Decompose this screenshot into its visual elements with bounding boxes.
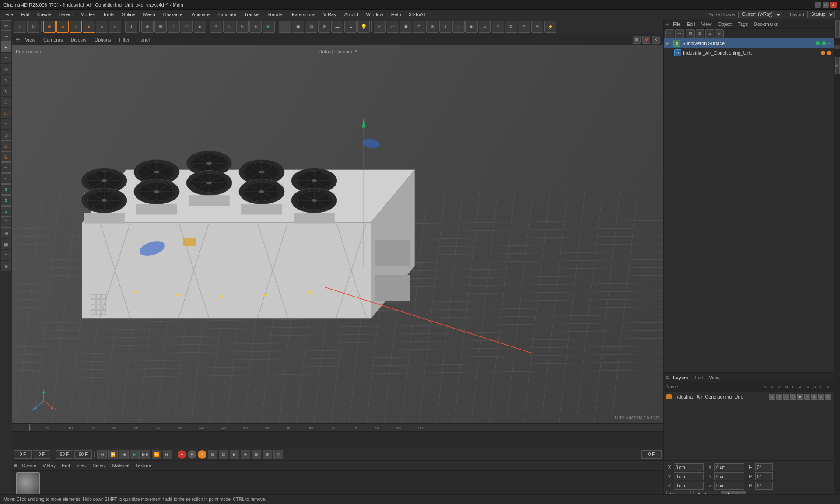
menu-file[interactable]: File xyxy=(2,11,17,18)
mat-menu-icon[interactable]: ≡ xyxy=(14,462,18,469)
magnet-button[interactable]: ⊛ xyxy=(1,261,11,271)
mode-joint-button[interactable]: ◇ xyxy=(109,21,121,33)
mode-model-button[interactable]: ⊗ xyxy=(43,21,56,33)
timeline-extra-2-button[interactable]: ◎ xyxy=(273,450,283,459)
mat-tab-material[interactable]: Material xyxy=(110,462,131,469)
go-end-button[interactable]: ⏭ xyxy=(163,450,172,459)
vp-tab-view[interactable]: View xyxy=(22,36,38,43)
vp-tab-filter[interactable]: Filter xyxy=(116,36,132,43)
record-button[interactable]: ● xyxy=(178,450,186,459)
layout-dropdown[interactable]: Startup xyxy=(807,10,835,18)
obj-tab-edit[interactable]: Edit xyxy=(685,21,697,28)
mode-poly-button[interactable]: ◈ xyxy=(56,21,69,33)
next-frame-button[interactable]: ▶▶ xyxy=(141,450,150,459)
layer-action-0-6[interactable]: ⊗ xyxy=(811,394,817,400)
obj-row-industrial[interactable]: O Industrial_Air_Conditioning_Unit xyxy=(664,48,834,58)
mat-tab-create[interactable]: Create xyxy=(20,462,38,469)
go-start-button[interactable]: ⏮ xyxy=(97,450,107,459)
obj-tab-bookmarks[interactable]: Bookmarks xyxy=(752,21,780,28)
no-sel-button[interactable]: ⊗ xyxy=(141,21,154,33)
cone-button[interactable]: △ xyxy=(1,140,11,151)
move-tool-button[interactable]: ⊹ xyxy=(1,64,11,74)
render-view-btn[interactable]: ▣ xyxy=(292,21,304,33)
s-button-3[interactable]: S xyxy=(1,206,11,217)
obj-icon-1[interactable]: ↩ xyxy=(665,29,674,38)
obj-mgr-menu-icon[interactable]: ≡ xyxy=(665,21,668,27)
mat-tab-texture[interactable]: Texture xyxy=(134,462,153,469)
coord-x-input[interactable] xyxy=(674,463,704,471)
menu-extensions[interactable]: Extensions xyxy=(288,11,319,18)
stop-button[interactable]: ■ xyxy=(188,450,196,459)
render-btn[interactable]: ⬛ xyxy=(279,21,291,33)
render-settings-btn[interactable]: ⚙ xyxy=(318,21,330,33)
layer-action-0-4[interactable]: ▶ xyxy=(797,394,803,400)
spline-button[interactable]: ~ xyxy=(1,173,11,184)
coord-h-input[interactable] xyxy=(755,463,773,471)
fcurve-button[interactable]: ◈ xyxy=(241,450,250,459)
render-region-btn[interactable]: ▶ xyxy=(262,21,275,33)
prev-frame-button[interactable]: ◀ xyxy=(119,450,129,459)
light-btn[interactable]: 💡 xyxy=(357,21,370,33)
vp-close-btn[interactable]: ✕ xyxy=(652,36,660,44)
obj-tab-view[interactable]: View xyxy=(700,21,714,28)
sphere-button[interactable]: ○ xyxy=(1,119,11,129)
obj-icon-4[interactable]: ⊠ xyxy=(696,29,704,38)
obj-row-subdiv[interactable]: ▶ S Subdivision Surface ✓ xyxy=(664,38,834,48)
knife-btn[interactable]: ✂ xyxy=(374,21,386,33)
menu-arnold[interactable]: Arnold xyxy=(341,11,362,18)
scene-canvas[interactable] xyxy=(12,34,663,424)
end-frame-input-2[interactable] xyxy=(74,450,92,459)
layers-tab-label[interactable]: Layers xyxy=(671,374,690,381)
vp-expand-btn[interactable]: ⊞ xyxy=(633,36,640,44)
close-button[interactable]: ✕ xyxy=(830,2,836,8)
strip-btn-2[interactable]: ⊹ xyxy=(834,45,840,49)
redo-button[interactable]: ↪ xyxy=(1,31,11,42)
prev-key-button[interactable]: ⏪ xyxy=(108,450,118,459)
live-sel-button-2[interactable]: ● xyxy=(194,21,206,33)
mat-tab-edit[interactable]: Edit xyxy=(60,462,72,469)
coord-z-rot-input[interactable] xyxy=(714,482,744,490)
timeline-mode-button[interactable]: ⊠ xyxy=(252,450,261,459)
bridge-btn[interactable]: ⊡ xyxy=(413,21,425,33)
snap-btn[interactable]: ⊠ xyxy=(505,21,517,33)
add-button[interactable]: + xyxy=(125,21,137,33)
snap-obj-btn[interactable]: ⊛ xyxy=(531,21,543,33)
menu-edit[interactable]: Edit xyxy=(18,11,33,18)
auto-key-button[interactable]: ⊕ xyxy=(198,450,206,459)
menu-simulate[interactable]: Simulate xyxy=(214,11,240,18)
node-space-dropdown[interactable]: Current (V-Ray) xyxy=(738,10,782,18)
s-button-2[interactable]: S xyxy=(1,195,11,206)
cylinder-button[interactable]: ⊙ xyxy=(1,130,11,140)
strip-btn-3[interactable]: ▶ xyxy=(835,57,840,74)
timeline-track[interactable] xyxy=(12,432,663,448)
coord-b-input[interactable] xyxy=(755,482,773,490)
hair-button[interactable]: ⌒ xyxy=(1,217,11,228)
text-button[interactable]: S xyxy=(1,184,11,195)
poly-sel-button[interactable]: ⬡ xyxy=(181,21,193,33)
phong-btn[interactable]: ◐ xyxy=(466,21,478,33)
vp-tab-options[interactable]: Options xyxy=(92,36,114,43)
layers-menu-icon[interactable]: ≡ xyxy=(665,374,668,381)
material-thumb-0[interactable] xyxy=(16,472,40,497)
layer-action-0-0[interactable]: ● xyxy=(769,394,775,400)
motion-button[interactable]: ⊡ xyxy=(219,450,228,459)
vp-tab-cameras[interactable]: Cameras xyxy=(41,36,66,43)
play-button[interactable]: ▶ xyxy=(130,450,140,459)
menu-3dtoall[interactable]: 3DToAll xyxy=(405,11,429,18)
end-frame-input-1[interactable] xyxy=(56,450,73,459)
transform-button[interactable]: ☩ xyxy=(1,97,11,107)
mode-point-button[interactable]: ● xyxy=(83,21,95,33)
current-frame-input-2[interactable] xyxy=(33,450,50,459)
menu-vray[interactable]: V-Ray xyxy=(320,11,340,18)
extrude-btn[interactable]: ⬡ xyxy=(387,21,399,33)
move-btn[interactable]: ⊕ xyxy=(210,21,222,33)
obj-icon-5[interactable]: ≡ xyxy=(705,29,714,38)
obj-icon-6[interactable]: ✕ xyxy=(715,29,724,38)
ipr-btn[interactable]: ▤ xyxy=(305,21,317,33)
info-btn[interactable]: ⚡ xyxy=(544,21,556,33)
magnet-btn-2[interactable]: ⊙ xyxy=(492,21,504,33)
vp-tab-display[interactable]: Display xyxy=(68,36,89,43)
scale-btn[interactable]: ⤡ xyxy=(223,21,235,33)
layer-action-0-8[interactable]: ⊡ xyxy=(825,394,831,400)
menu-create[interactable]: Create xyxy=(34,11,55,18)
